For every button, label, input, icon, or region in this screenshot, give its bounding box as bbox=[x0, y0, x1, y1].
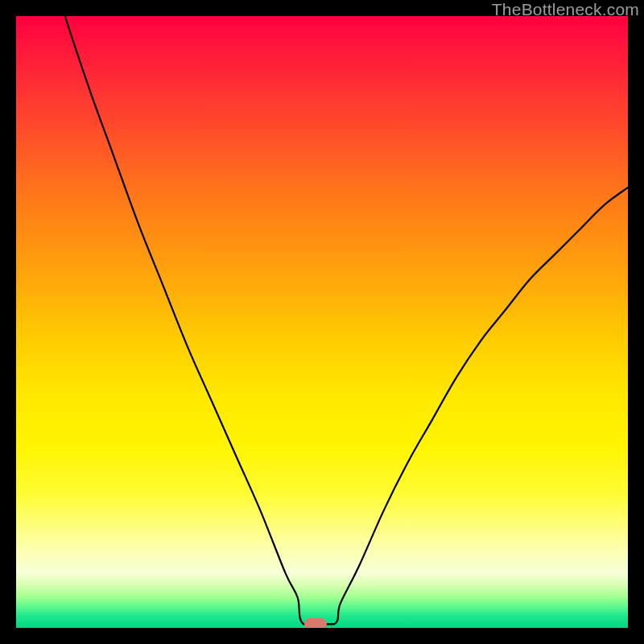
chart-frame: TheBottleneck.com bbox=[0, 0, 644, 644]
optimum-marker bbox=[304, 618, 327, 628]
bottleneck-curve bbox=[16, 16, 628, 628]
plot-area bbox=[16, 16, 628, 628]
